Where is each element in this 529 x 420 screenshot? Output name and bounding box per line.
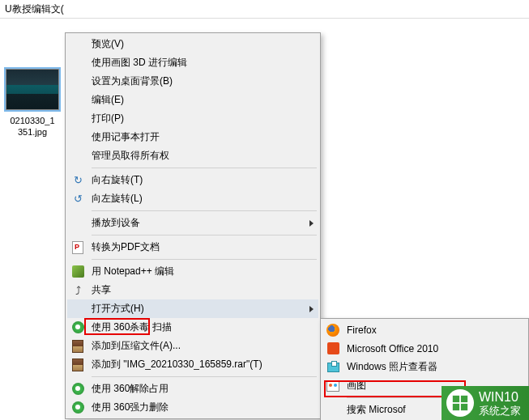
menu-cast-device[interactable]: 播放到设备 <box>67 214 318 232</box>
menu-rotate-right[interactable]: 向右旋转(T) <box>67 171 318 189</box>
menu-label: Microsoft Office 2010 <box>347 343 522 354</box>
menu-label: 共享 <box>92 283 314 297</box>
menu-label: 设置为桌面背景(B) <box>92 74 314 88</box>
blank-icon <box>69 37 87 52</box>
context-menu: 预览(V) 使用画图 3D 进行编辑 设置为桌面背景(B) 编辑(E) 打印(P… <box>65 32 321 419</box>
rotate-left-icon <box>69 192 87 206</box>
content-area: 0210330_1 351.jpg 预览(V) 使用画图 3D 进行编辑 设置为… <box>0 19 529 420</box>
blank-icon <box>69 130 87 145</box>
menu-label: 使用画图 3D 进行编辑 <box>92 56 314 70</box>
firefox-icon <box>324 323 342 337</box>
360-icon <box>69 320 87 335</box>
menu-label: 编辑(E) <box>92 93 314 107</box>
blank-icon <box>69 56 87 70</box>
menu-label: 转换为PDF文档 <box>92 240 314 254</box>
360-icon <box>69 382 87 397</box>
menu-label: 添加到 "IMG_20210330_165859.rar"(T) <box>92 358 314 371</box>
360-icon <box>69 401 87 415</box>
blank-icon <box>69 149 87 163</box>
menu-label: 预览(V) <box>92 37 314 51</box>
svg-rect-0 <box>453 396 459 402</box>
blank-icon <box>324 403 342 418</box>
thumbnail-image <box>4 67 61 112</box>
menu-separator <box>92 235 317 235</box>
watermark-text: WIN10 系统之家 <box>479 390 521 417</box>
menu-label: Firefox <box>347 325 522 336</box>
menu-share[interactable]: 共享 <box>67 281 318 299</box>
menu-notepad[interactable]: 使用记事本打开 <box>67 128 318 146</box>
menu-separator <box>92 259 317 260</box>
blank-icon <box>69 74 87 89</box>
rar-icon <box>69 358 87 372</box>
menu-edit-3d[interactable]: 使用画图 3D 进行编辑 <box>67 53 318 72</box>
menu-label: 打印(P) <box>92 112 314 125</box>
menu-print[interactable]: 打印(P) <box>67 109 318 128</box>
blank-icon <box>69 112 87 126</box>
rar-icon <box>69 339 87 354</box>
menu-set-desktop[interactable]: 设置为桌面背景(B) <box>67 72 318 91</box>
blank-icon <box>69 216 87 231</box>
submenu-office[interactable]: Microsoft Office 2010 <box>322 339 527 358</box>
submenu-firefox[interactable]: Firefox <box>322 320 527 339</box>
menu-label: 管理员取得所有权 <box>92 149 314 163</box>
menu-label: 向右旋转(T) <box>92 173 314 187</box>
menu-notepadpp[interactable]: 用 Notepad++ 编辑 <box>67 262 318 281</box>
photo-viewer-icon <box>324 360 342 375</box>
menu-label: 播放到设备 <box>92 216 309 230</box>
watermark-logo-icon <box>446 389 474 417</box>
menu-360-scan[interactable]: 使用 360杀毒 扫描 <box>67 318 318 337</box>
watermark-bottom: 系统之家 <box>479 405 521 417</box>
submenu-photo-viewer[interactable]: Windows 照片查看器 <box>322 358 527 376</box>
menu-label: 向左旋转(L) <box>92 192 314 206</box>
menu-360-force-delete[interactable]: 使用 360强力删除 <box>67 398 318 417</box>
window-title: U教授编辑文( <box>5 2 64 16</box>
svg-rect-1 <box>461 396 467 402</box>
share-icon <box>69 283 87 298</box>
menu-rotate-left[interactable]: 向左旋转(L) <box>67 189 318 208</box>
watermark-top: WIN10 <box>479 390 521 405</box>
menu-separator <box>92 168 317 168</box>
menu-label: 打开方式(H) <box>92 302 309 316</box>
menu-separator <box>92 210 317 211</box>
menu-label: 使用 360解除占用 <box>92 382 314 396</box>
watermark: WIN10 系统之家 <box>442 386 529 420</box>
menu-360-unblock[interactable]: 使用 360解除占用 <box>67 380 318 398</box>
menu-edit[interactable]: 编辑(E) <box>67 91 318 109</box>
menu-label: 添加到压缩文件(A)... <box>92 339 314 353</box>
menu-label: 用 Notepad++ 编辑 <box>92 265 314 278</box>
svg-rect-3 <box>461 404 467 410</box>
menu-preview[interactable]: 预览(V) <box>67 35 318 53</box>
menu-add-to-rar[interactable]: 添加到 "IMG_20210330_165859.rar"(T) <box>67 355 318 374</box>
office-icon <box>324 342 342 356</box>
menu-convert-pdf[interactable]: 转换为PDF文档 <box>67 238 318 257</box>
blank-icon <box>69 93 87 108</box>
blank-icon <box>69 302 87 316</box>
svg-rect-2 <box>453 404 459 410</box>
menu-label: 使用记事本打开 <box>92 130 314 144</box>
notepadpp-icon <box>69 265 87 279</box>
submenu-arrow-icon <box>309 220 314 227</box>
paint-icon <box>324 379 342 393</box>
breadcrumb-bar: U教授编辑文( <box>0 0 529 19</box>
menu-label: Windows 照片查看器 <box>347 360 522 374</box>
menu-open-with[interactable]: 打开方式(H) <box>67 299 318 318</box>
menu-add-archive[interactable]: 添加到压缩文件(A)... <box>67 337 318 355</box>
menu-admin-ownership[interactable]: 管理员取得所有权 <box>67 146 318 165</box>
menu-label: 使用 360杀毒 扫描 <box>92 320 314 334</box>
rotate-right-icon <box>69 173 87 188</box>
pdf-icon <box>69 240 87 255</box>
menu-label: 使用 360强力删除 <box>92 401 314 414</box>
menu-separator <box>92 376 317 377</box>
submenu-arrow-icon <box>309 306 314 312</box>
file-thumbnail[interactable]: 0210330_1 351.jpg <box>0 67 65 138</box>
thumbnail-label: 0210330_1 351.jpg <box>0 115 65 138</box>
